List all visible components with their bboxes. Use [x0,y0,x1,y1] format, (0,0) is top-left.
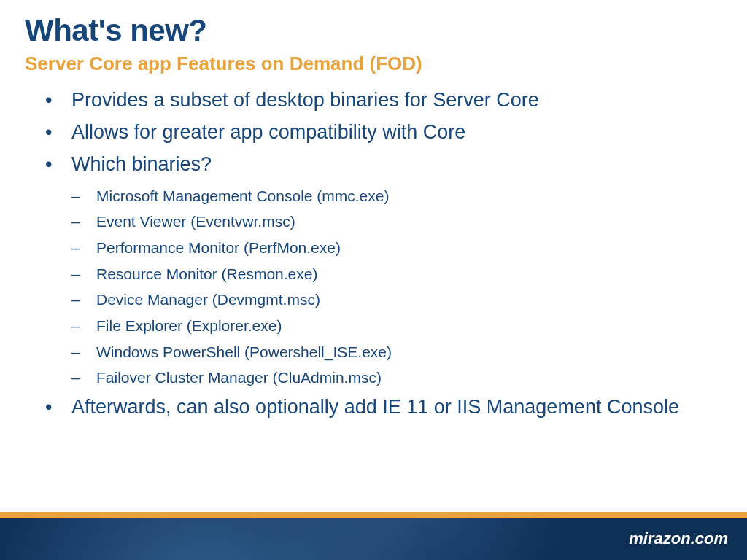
sub-list-item-text: Event Viewer (Eventvwr.msc) [96,213,295,230]
slide-content: What's new? Server Core app Features on … [0,0,747,424]
list-item: Afterwards, can also optionally add IE 1… [45,392,722,423]
footer-accent-bar [0,512,747,518]
bullet-list: Provides a subset of desktop binaries fo… [45,85,722,423]
sub-list-item-text: File Explorer (Explorer.exe) [96,317,282,334]
sub-list-item-text: Device Manager (Devmgmt.msc) [96,291,320,308]
sub-list-item-text: Microsoft Management Console (mmc.exe) [96,187,389,204]
slide-title: What's new? [25,13,722,48]
sub-list-item-text: Failover Cluster Manager (CluAdmin.msc) [96,369,382,386]
list-item: Allows for greater app compatibility wit… [45,117,722,148]
sub-list-item: Event Viewer (Eventvwr.msc) [71,209,722,235]
sub-list-item-text: Resource Monitor (Resmon.exe) [96,265,317,282]
list-item-text: Afterwards, can also optionally add IE 1… [71,396,679,418]
sub-list-item: Device Manager (Devmgmt.msc) [71,287,722,313]
sub-list-item: Microsoft Management Console (mmc.exe) [71,183,722,209]
footer-brand-text: mirazon.com [629,529,728,548]
sub-list: Microsoft Management Console (mmc.exe) E… [71,183,722,392]
slide: What's new? Server Core app Features on … [0,0,747,560]
list-item-text: Provides a subset of desktop binaries fo… [71,89,539,111]
sub-list-item: File Explorer (Explorer.exe) [71,313,722,339]
list-item-text: Which binaries? [71,153,212,175]
sub-list-item-text: Windows PowerShell (Powershell_ISE.exe) [96,343,392,360]
list-item: Provides a subset of desktop binaries fo… [45,85,722,116]
footer-brand-bar: mirazon.com [0,518,747,560]
sub-list-item: Resource Monitor (Resmon.exe) [71,261,722,287]
sub-list-item: Failover Cluster Manager (CluAdmin.msc) [71,365,722,391]
list-item: Which binaries? Microsoft Management Con… [45,149,722,391]
slide-subtitle: Server Core app Features on Demand (FOD) [25,52,722,75]
sub-list-item: Windows PowerShell (Powershell_ISE.exe) [71,339,722,365]
sub-list-item-text: Performance Monitor (PerfMon.exe) [96,239,341,256]
list-item-text: Allows for greater app compatibility wit… [71,121,465,143]
sub-list-item: Performance Monitor (PerfMon.exe) [71,235,722,261]
slide-footer: mirazon.com [0,512,747,560]
